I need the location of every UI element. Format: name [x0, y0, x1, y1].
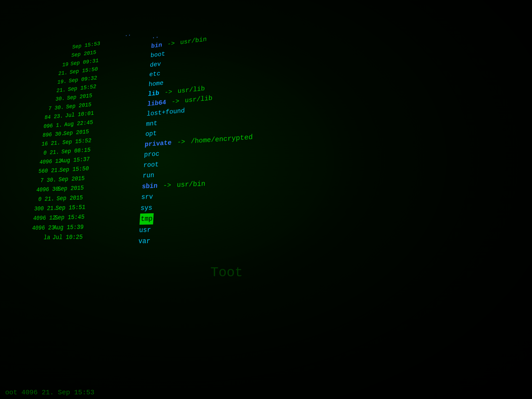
- list-item: 4096 23.Aug 15:39: [31, 221, 131, 233]
- right-column: .. bin -> usr/bin boot dev etc: [116, 0, 532, 399]
- terminal-grid: Sep 15:53 Sep 2015 19Sep 09:31 21.Sep 15…: [3, 0, 532, 399]
- terminal-content: .. Sep 15:53 Sep 2015 19Sep 09:31 21.Sep…: [3, 0, 532, 399]
- terminal-screen: .. Sep 15:53 Sep 2015 19Sep 09:31 21.Sep…: [0, 0, 532, 399]
- list-item: laJul 10:25: [30, 231, 130, 243]
- bottom-partial-row: oot 4096 21. Sep 15:53: [5, 389, 94, 396]
- toot-text: Toot: [210, 265, 243, 280]
- top-dot-indicator: ..: [124, 31, 131, 38]
